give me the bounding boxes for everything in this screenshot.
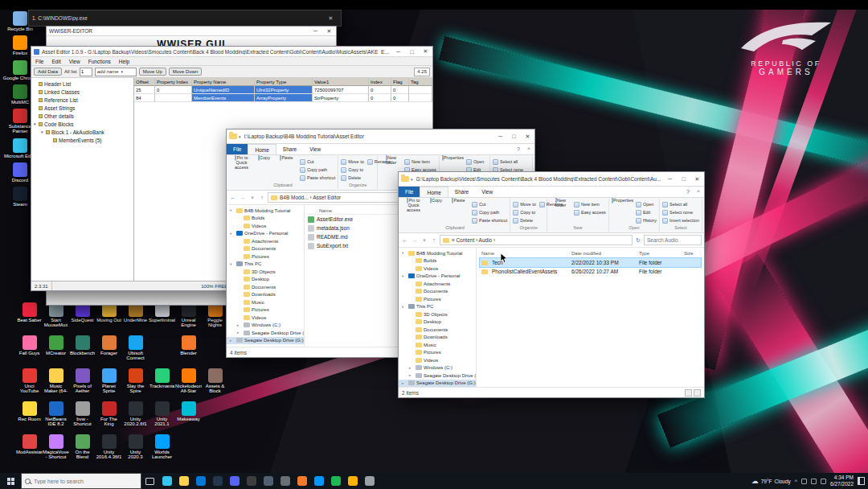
- ribbon-button[interactable]: Delete: [341, 174, 364, 182]
- nav-tree-item[interactable]: Documents: [399, 326, 476, 334]
- ribbon-button[interactable]: Select all: [493, 158, 530, 166]
- tab-home[interactable]: Home: [420, 187, 448, 197]
- desktop[interactable]: REPUBLIC OF GAMERS Recycle Bin Firefox G…: [0, 10, 868, 473]
- nav-tree-item[interactable]: ▾ This PC: [399, 303, 476, 311]
- desktop-icon[interactable]: MagicaVoxel - Shortcut: [43, 434, 69, 467]
- up-button[interactable]: ↑: [430, 237, 438, 243]
- ribbon-button[interactable]: Delete: [513, 216, 536, 224]
- desktop-icon[interactable]: Rec Room: [16, 401, 43, 434]
- nav-tree-item[interactable]: ▸ Windows (C:): [227, 322, 304, 330]
- ribbon-button[interactable]: New item: [574, 200, 606, 208]
- ribbon-button[interactable]: New folder: [550, 199, 571, 208]
- ribbon-button[interactable]: Paste: [448, 199, 469, 212]
- move-up-button[interactable]: Move Up: [139, 68, 166, 76]
- nav-tree-item[interactable]: Attachments: [399, 280, 476, 288]
- nav-tree-item[interactable]: Attachments: [227, 237, 304, 245]
- nav-tree-item[interactable]: ▾ B4B Modding Tutorial: [399, 249, 476, 257]
- task-view-button[interactable]: [141, 473, 158, 489]
- column-header[interactable]: Flag: [391, 78, 409, 86]
- nav-tree-item[interactable]: Pictures: [399, 349, 476, 357]
- taskbar-app-icon[interactable]: [276, 473, 293, 489]
- onedrive-icon[interactable]: [821, 479, 826, 484]
- nav-tree-item[interactable]: ▸ Seagate Desktop Drive (G:): [227, 329, 304, 337]
- ribbon-button[interactable]: Open: [466, 158, 487, 166]
- desktop-icon[interactable]: On the Blend: [69, 434, 96, 467]
- ribbon-button[interactable]: Invert selection: [662, 216, 699, 224]
- desktop-icon[interactable]: [202, 401, 228, 434]
- desktop-icon[interactable]: Fall Guys: [16, 335, 43, 368]
- desktop-icon[interactable]: Peggle Nights: [202, 302, 228, 335]
- weather-widget[interactable]: ☁ 79°F Cloudy: [751, 477, 791, 485]
- close-button[interactable]: ✕: [521, 129, 534, 143]
- wwiser-titlebar[interactable]: WWISER-EDITOR ─ ✕: [47, 27, 336, 36]
- tree-item[interactable]: ▾ Code Blocks: [31, 120, 133, 128]
- notification-center-icon[interactable]: [858, 477, 865, 485]
- desktop-icon[interactable]: Ubisoft Connect: [122, 335, 149, 368]
- close-button[interactable]: ✕: [324, 10, 338, 26]
- ribbon-button[interactable]: Cut: [472, 200, 507, 208]
- nav-tree-item[interactable]: Music: [399, 341, 476, 349]
- ribbon-button[interactable]: Select all: [662, 200, 699, 208]
- desktop-icon[interactable]: Unity 2016.4.36f1: [96, 434, 122, 467]
- nav-tree-item[interactable]: Documents: [227, 245, 304, 253]
- desktop-icon[interactable]: Unity 2020.3: [122, 434, 149, 467]
- desktop-icon[interactable]: Trackmania: [149, 368, 175, 401]
- taskbar-app-icon[interactable]: [175, 473, 192, 489]
- nav-tree-item[interactable]: ▸ Windows (C:): [399, 364, 476, 372]
- ribbon-button[interactable]: Easy access: [574, 208, 606, 216]
- address-bar[interactable]: « Content › Audio ›: [440, 235, 633, 245]
- explorer-titlebar[interactable]: ▾ G:\Laptop Backup\Videos\Smocutes Conte…: [399, 172, 704, 187]
- view-list-button[interactable]: [685, 389, 692, 397]
- taskbar-app-icon[interactable]: [158, 473, 175, 489]
- desktop-icon[interactable]: Beat Saber: [16, 302, 43, 335]
- tab-view[interactable]: View: [303, 144, 327, 154]
- ribbon-button[interactable]: Properties: [442, 156, 464, 161]
- column-header[interactable]: Property Index: [155, 78, 192, 86]
- nav-tree-item[interactable]: ▸ Seagate Desktop Drive (G:): [399, 380, 476, 388]
- collapse-ribbon-icon[interactable]: ^: [523, 146, 534, 152]
- desktop-icon[interactable]: Makeaway: [175, 401, 202, 434]
- ribbon-button[interactable]: Pin to Quick access: [231, 156, 252, 170]
- close-button[interactable]: ✕: [419, 47, 432, 56]
- taskbar-app-icon[interactable]: [344, 473, 361, 489]
- tab-home[interactable]: Home: [248, 144, 276, 154]
- hidden-icons-chevron[interactable]: ^: [795, 479, 797, 484]
- network-icon[interactable]: [801, 479, 807, 484]
- tree-item[interactable]: Other details: [31, 112, 133, 120]
- table-row[interactable]: 25 0 UniqueNamedID UInt32Property 725000…: [134, 86, 432, 94]
- help-icon[interactable]: ?: [683, 189, 693, 195]
- nav-tree-item[interactable]: ▸ Seagate Desktop Drive (G:): [399, 372, 476, 380]
- desktop-icon[interactable]: For The King: [96, 401, 122, 434]
- tree-item[interactable]: Header List: [31, 80, 133, 88]
- desktop-icon[interactable]: Assets & Block: [202, 368, 228, 401]
- close-button[interactable]: ✕: [690, 172, 704, 186]
- menu-item[interactable]: Help: [115, 59, 133, 64]
- minimize-button[interactable]: ─: [391, 47, 405, 56]
- preset-dropdown[interactable]: add name ▾: [95, 68, 137, 76]
- ribbon-button[interactable]: Paste: [276, 156, 297, 170]
- file-row[interactable]: PhonolistCalledEventAssets 6/26/2022 10:…: [480, 267, 701, 276]
- taskbar-app-icon[interactable]: [310, 473, 327, 489]
- desktop-icon[interactable]: Forager: [96, 335, 122, 368]
- close-button[interactable]: ✕: [322, 27, 336, 35]
- ribbon-button[interactable]: Copy to: [341, 166, 364, 174]
- tab-view[interactable]: View: [475, 187, 499, 197]
- minimize-button[interactable]: ─: [309, 27, 322, 35]
- search-input[interactable]: [644, 235, 702, 245]
- file-row[interactable]: Tech 2/22/2022 10:33 PM File folder: [480, 258, 701, 267]
- nav-tree-item[interactable]: ▾ OneDrive - Personal: [227, 230, 304, 238]
- desktop-icon[interactable]: Nickelodeon All-Star Brawl: [175, 368, 202, 401]
- maximize-button[interactable]: □: [507, 129, 521, 143]
- tree-item[interactable]: Asset Strings: [31, 104, 133, 112]
- nav-tree-item[interactable]: Videos: [227, 222, 304, 230]
- column-header[interactable]: Value1: [313, 78, 369, 86]
- forward-button[interactable]: →: [239, 195, 247, 200]
- desktop-icon[interactable]: NetBeans IDE 8.2: [43, 401, 69, 434]
- ribbon-button[interactable]: History: [636, 216, 657, 224]
- desktop-icon[interactable]: Unity 2021.1: [149, 401, 175, 434]
- nav-tree-item[interactable]: ▸ Seagate Desktop Drive (G:): [227, 337, 304, 345]
- desktop-icon[interactable]: Blockbench: [69, 335, 96, 368]
- column-header[interactable]: Property Name: [192, 78, 255, 86]
- ribbon-button[interactable]: Move to: [513, 200, 536, 208]
- recent-locations-dropdown[interactable]: ▾: [248, 195, 256, 201]
